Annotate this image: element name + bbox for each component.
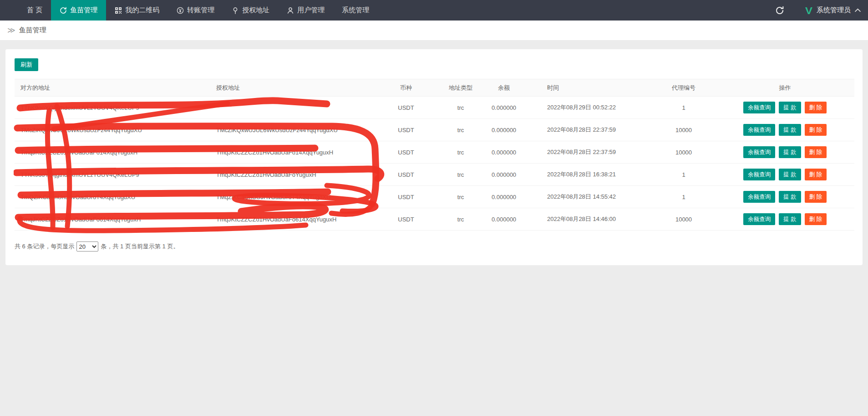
cell-agent: 10000 [652, 208, 716, 231]
cell-balance: 0.000000 [483, 208, 524, 231]
navbar-right: V 系统管理员 [775, 0, 868, 21]
cell-balance: 0.000000 [483, 186, 524, 208]
cell-time: 2022年08月28日 16:38:21 [524, 164, 652, 186]
column-header-4: 余额 [483, 79, 524, 97]
withdraw-button[interactable]: 提 款 [779, 191, 801, 203]
cell-auth: TmqJKtCZZCZo1HvOadUaFoYuguxH [210, 164, 374, 186]
nav-item-2[interactable]: 鱼苗管理 [51, 0, 106, 21]
balance-query-button[interactable]: 余额查询 [743, 191, 775, 203]
delete-button[interactable]: 删 除 [805, 124, 827, 136]
cell-balance: 0.000000 [483, 119, 524, 141]
balance-query-button[interactable]: 余额查询 [743, 169, 775, 180]
cell-peer: TThK9ooYQijgthdexmUVLzTUUV4QKeLUP9 [15, 164, 210, 186]
circle-arrow-icon [60, 7, 67, 14]
cell-agent: 1 [652, 164, 716, 186]
content-card: 刷新 对方的地址授权地址币种地址类型余额时间代理编号操作 TThK9ooYQij… [5, 49, 863, 265]
cell-balance: 0.000000 [483, 97, 524, 119]
nav-item-label: 授权地址 [242, 6, 269, 15]
nav-item-label: 用户管理 [297, 6, 325, 15]
cell-actions: 余额查询提 款删 除 [716, 208, 854, 231]
location-pin-icon [232, 7, 239, 14]
delete-button[interactable]: 删 除 [805, 102, 827, 113]
nav-item-6[interactable]: 用户管理 [278, 0, 333, 21]
delete-button[interactable]: 删 除 [805, 146, 827, 158]
table-row: TMcZiKQxwUJUL6WkUsdUzFz44YqqYugdXUTMcZiK… [15, 119, 854, 141]
admin-user-menu[interactable]: 系统管理员 [817, 6, 851, 15]
cell-auth: TMqZiKCaUnUUJHvOadUroT4XqqYugdXU [210, 186, 374, 208]
balance-query-button[interactable]: 余额查询 [743, 124, 775, 136]
pagination-text-after: 条，共 1 页当前显示第 1 页。 [101, 242, 179, 251]
cell-currency: USDT [374, 208, 438, 231]
top-navbar: 首 页鱼苗管理我的二维码转账管理授权地址用户管理系统管理 V 系统管理员 [0, 0, 868, 21]
cell-peer: TThK9ooYQijgthdexmUVLzTUUV4QKeLUP9 [15, 97, 210, 119]
nav-item-7[interactable]: 系统管理 [333, 0, 378, 21]
breadcrumb: ≫ 鱼苗管理 [0, 21, 868, 40]
withdraw-button[interactable]: 提 款 [779, 124, 801, 136]
column-header-5: 时间 [524, 79, 652, 97]
qrcode-icon [115, 7, 122, 14]
table-row: TmQZiKCaUnUnJHvOadUroT4XqqYugdXUTMqZiKCa… [15, 186, 854, 208]
cell-auth [210, 97, 374, 119]
cell-type: trc [438, 141, 483, 164]
cell-balance: 0.000000 [483, 141, 524, 164]
cell-agent: 10000 [652, 119, 716, 141]
cell-currency: USDT [374, 119, 438, 141]
column-header-7: 操作 [716, 79, 854, 97]
yen-circle-icon [177, 7, 184, 14]
refresh-icon[interactable] [775, 6, 784, 15]
breadcrumb-separator-icon: ≫ [7, 26, 15, 35]
nav-item-4[interactable]: 转账管理 [168, 0, 223, 21]
cell-currency: USDT [374, 164, 438, 186]
cell-time: 2022年08月28日 14:46:00 [524, 208, 652, 231]
cell-time: 2022年08月28日 22:37:59 [524, 119, 652, 141]
withdraw-button[interactable]: 提 款 [779, 146, 801, 158]
balance-query-button[interactable]: 余额查询 [743, 102, 775, 113]
cell-auth: TMcZiKQxwUJUL6WkUsdUzFz44YqqYugdXU [210, 119, 374, 141]
cell-actions: 余额查询提 款删 除 [716, 97, 854, 119]
user-icon [287, 7, 294, 14]
breadcrumb-label: 鱼苗管理 [19, 26, 46, 35]
cell-type: trc [438, 97, 483, 119]
table-row: TmqJKtCZZCZo1HvOadUaFo14XqqYuguxHTmqJKtC… [15, 141, 854, 164]
cell-peer: TmqJKtCZZCZo1HvOadUaFo614XqqYuguxH [15, 208, 210, 231]
nav-item-5[interactable]: 授权地址 [223, 0, 278, 21]
cell-type: trc [438, 119, 483, 141]
cell-actions: 余额查询提 款删 除 [716, 164, 854, 186]
nav-menu: 首 页鱼苗管理我的二维码转账管理授权地址用户管理系统管理 [18, 0, 378, 21]
column-header-6: 代理编号 [652, 79, 716, 97]
table-header-row: 对方的地址授权地址币种地址类型余额时间代理编号操作 [15, 79, 854, 97]
nav-item-1[interactable]: 首 页 [18, 0, 51, 21]
cell-actions: 余额查询提 款删 除 [716, 186, 854, 208]
withdraw-button[interactable]: 提 款 [779, 102, 801, 113]
cell-actions: 余额查询提 款删 除 [716, 141, 854, 164]
table-row: TmqJKtCZZCZo1HvOadUaFo614XqqYuguxHTmqJKt… [15, 208, 854, 231]
delete-button[interactable]: 删 除 [805, 191, 827, 203]
nav-item-label: 转账管理 [187, 6, 214, 15]
table-row: TThK9ooYQijgthdexmUVLzTUUV4QKeLUP9USDTtr… [15, 97, 854, 119]
cell-time: 2022年08月29日 00:52:22 [524, 97, 652, 119]
nav-item-label: 鱼苗管理 [70, 6, 97, 15]
brand-logo: V [805, 5, 812, 15]
chevron-up-icon[interactable] [855, 8, 861, 12]
cell-auth: TmqJKtCZZCZo1HvOadUaFo14XqqYuguxH [210, 141, 374, 164]
cell-time: 2022年08月28日 22:37:59 [524, 141, 652, 164]
withdraw-button[interactable]: 提 款 [779, 213, 801, 225]
nav-item-3[interactable]: 我的二维码 [106, 0, 168, 21]
column-header-3: 地址类型 [438, 79, 483, 97]
cell-agent: 1 [652, 186, 716, 208]
cell-currency: USDT [374, 97, 438, 119]
balance-query-button[interactable]: 余额查询 [743, 146, 775, 158]
cell-currency: USDT [374, 186, 438, 208]
cell-peer: TmQZiKCaUnUnJHvOadUroT4XqqYugdXU [15, 186, 210, 208]
cell-type: trc [438, 208, 483, 231]
nav-item-label: 系统管理 [342, 6, 369, 15]
delete-button[interactable]: 删 除 [805, 213, 827, 225]
page-size-select[interactable]: 20 [76, 241, 98, 252]
cell-type: trc [438, 186, 483, 208]
refresh-button[interactable]: 刷新 [15, 58, 38, 71]
balance-query-button[interactable]: 余额查询 [743, 213, 775, 225]
delete-button[interactable]: 删 除 [805, 169, 827, 180]
nav-item-label: 我的二维码 [125, 6, 159, 15]
withdraw-button[interactable]: 提 款 [779, 169, 801, 180]
cell-peer: TMcZiKQxwUJUL6WkUsdUzFz44YqqYugdXU [15, 119, 210, 141]
